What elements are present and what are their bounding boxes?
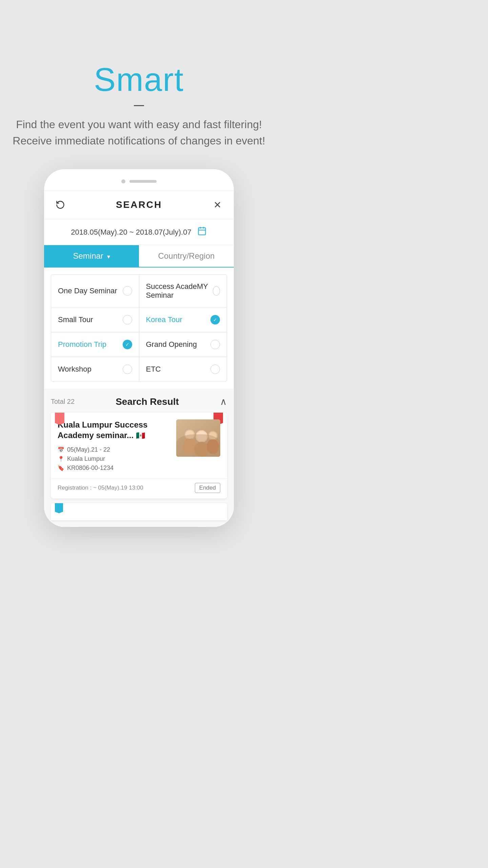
event-date-item: 📅 05(May).21 - 22 xyxy=(58,446,171,453)
chevron-down-icon: ▾ xyxy=(107,253,110,260)
event-card-info: Kuala Lumpur Success Academy seminar... … xyxy=(58,419,171,472)
flag-icon: 🇲🇽 xyxy=(136,431,145,440)
event-card-meta: 📅 05(May).21 - 22 📍 Kuala Lumpur 🔖 KR08 xyxy=(58,446,171,472)
svg-point-9 xyxy=(194,442,209,457)
phone-status-bar xyxy=(44,179,234,183)
svg-point-7 xyxy=(183,438,197,455)
svg-point-14 xyxy=(209,432,217,439)
date-row: 2018.05(May).20 ~ 2018.07(July).07 xyxy=(44,219,234,245)
heading-title: Smart xyxy=(13,61,265,98)
check-icon-korea-tour: ✓ xyxy=(210,315,220,324)
refresh-icon[interactable] xyxy=(54,199,66,211)
heading-subtitle-line1: Find the event you want with easy and fa… xyxy=(13,116,265,133)
category-one-day-seminar[interactable]: One Day Seminar ✓ xyxy=(51,275,139,307)
tab-seminar[interactable]: Seminar ▾ xyxy=(44,245,139,267)
page-wrapper: Smart Find the event you want with easy … xyxy=(0,0,278,527)
results-title: Search Result xyxy=(116,396,179,407)
event-card-image xyxy=(176,419,220,457)
category-grid: One Day Seminar ✓ Success AcadeMY Semina… xyxy=(51,274,227,382)
svg-point-13 xyxy=(197,431,207,441)
location-icon: 📍 xyxy=(58,456,64,462)
svg-rect-5 xyxy=(176,419,220,457)
svg-point-11 xyxy=(207,439,219,454)
check-icon-workshop: ✓ xyxy=(123,364,132,374)
search-title: SEARCH xyxy=(116,199,162,210)
search-header: SEARCH ✕ xyxy=(44,191,234,219)
check-icon-promotion-trip: ✓ xyxy=(123,340,132,349)
svg-point-12 xyxy=(186,431,194,439)
phone-bar xyxy=(129,180,157,183)
event-card-partial[interactable] xyxy=(51,503,227,520)
tab-row: Seminar ▾ Country/Region xyxy=(44,245,234,268)
category-etc[interactable]: ETC ✓ xyxy=(139,357,227,381)
registration-text: Registration : ~ 05(May).19 13:00 xyxy=(58,485,143,491)
heading-divider xyxy=(134,105,144,106)
date-range-text: 2018.05(May).20 ~ 2018.07(July).07 xyxy=(71,228,191,237)
event-card-body: Kuala Lumpur Success Academy seminar... … xyxy=(51,413,227,478)
category-korea-tour[interactable]: Korea Tour ✓ xyxy=(139,308,227,332)
close-icon[interactable]: ✕ xyxy=(211,199,224,211)
event-location-item: 📍 Kuala Lumpur xyxy=(58,455,171,462)
heading-section: Smart Find the event you want with easy … xyxy=(13,61,265,149)
category-row-1: One Day Seminar ✓ Success AcadeMY Semina… xyxy=(51,275,227,308)
category-row-2: Small Tour ✓ Korea Tour ✓ xyxy=(51,308,227,332)
calendar-icon[interactable] xyxy=(197,226,207,238)
check-icon-success-academy: ✓ xyxy=(213,286,220,296)
category-workshop[interactable]: Workshop ✓ xyxy=(51,357,139,381)
event-image-placeholder xyxy=(176,419,220,457)
results-total: Total 22 xyxy=(51,398,75,406)
check-icon-grand-opening: ✓ xyxy=(210,340,220,349)
calendar-small-icon: 📅 xyxy=(58,447,64,453)
category-small-tour[interactable]: Small Tour ✓ xyxy=(51,308,139,332)
event-card-footer: Registration : ~ 05(May).19 13:00 Ended xyxy=(51,478,227,498)
category-row-3: Promotion Trip ✓ Grand Opening ✓ xyxy=(51,332,227,357)
check-icon-etc: ✓ xyxy=(210,364,220,374)
category-grand-opening[interactable]: Grand Opening ✓ xyxy=(139,332,227,357)
category-row-4: Workshop ✓ ETC ✓ xyxy=(51,357,227,381)
category-success-academy-seminar[interactable]: Success AcadeMY Seminar ✓ xyxy=(139,275,227,307)
event-card-1[interactable]: Kuala Lumpur Success Academy seminar... … xyxy=(51,413,227,498)
chevron-up-icon[interactable]: ∧ xyxy=(220,396,227,407)
phone-dot xyxy=(121,179,125,183)
phone-mockup: SEARCH ✕ 2018.05(May).20 ~ 2018.07(July)… xyxy=(44,169,234,527)
partial-ribbon xyxy=(55,503,63,513)
heading-subtitle-line2: Receive immediate notifications of chang… xyxy=(13,133,265,149)
tab-country-region[interactable]: Country/Region xyxy=(139,245,234,267)
results-header: Total 22 Search Result ∧ xyxy=(51,389,227,413)
event-card-title: Kuala Lumpur Success Academy seminar... … xyxy=(58,419,171,441)
phone-content: SEARCH ✕ 2018.05(May).20 ~ 2018.07(July)… xyxy=(44,190,234,527)
code-icon: 🔖 xyxy=(58,465,64,471)
event-card-ribbon-left xyxy=(55,413,64,425)
check-icon-small-tour: ✓ xyxy=(123,315,132,324)
svg-rect-0 xyxy=(198,228,205,235)
search-results: Total 22 Search Result ∧ Kuala Lumpur Su… xyxy=(44,389,234,527)
event-code-item: 🔖 KR0806-00-1234 xyxy=(58,465,171,472)
check-icon-one-day-seminar: ✓ xyxy=(123,286,132,296)
ended-badge: Ended xyxy=(195,483,220,493)
category-promotion-trip[interactable]: Promotion Trip ✓ xyxy=(51,332,139,357)
